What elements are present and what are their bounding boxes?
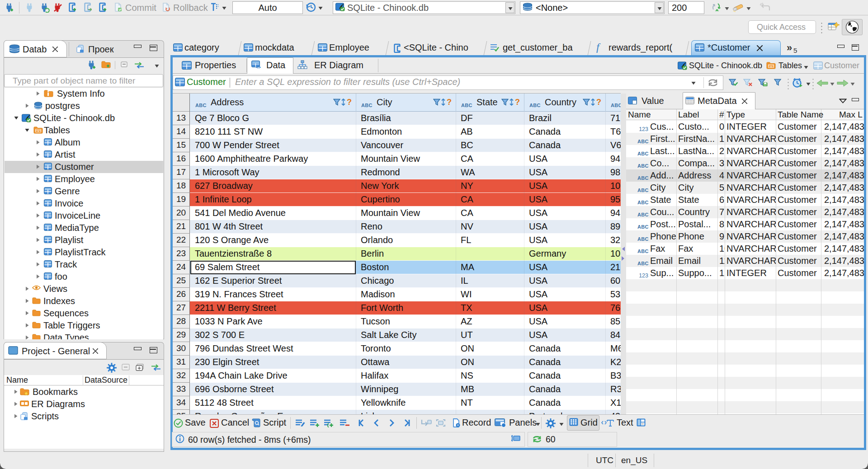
svg-text:f: f: [596, 42, 601, 53]
svg-text:<>: <>: [256, 66, 261, 69]
